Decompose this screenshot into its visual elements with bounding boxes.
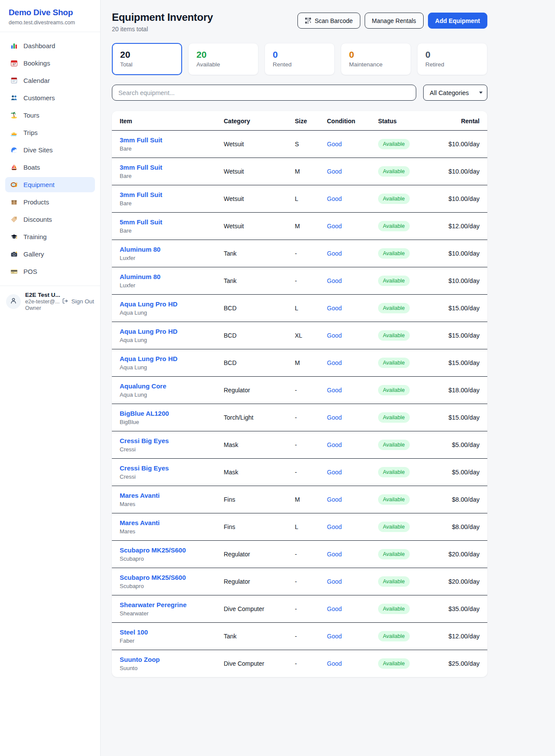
scan-barcode-button[interactable]: Scan Barcode (297, 13, 360, 29)
stat-value: 0 (349, 49, 403, 60)
item-brand: Aqua Lung (120, 337, 215, 343)
status-badge: Available (378, 658, 410, 669)
item-size: - (291, 650, 323, 677)
condition-link[interactable]: Good (327, 551, 342, 558)
condition-link[interactable]: Good (327, 223, 342, 230)
status-badge: Available (378, 522, 410, 532)
sidebar-item-gallery[interactable]: Gallery (5, 247, 95, 262)
item-name-link[interactable]: Aqua Lung Pro HD (120, 355, 215, 362)
item-name-link[interactable]: 3mm Full Suit (120, 136, 215, 144)
sidebar-item-dashboard[interactable]: Dashboard (5, 38, 95, 53)
sidebar-item-label: Tours (23, 112, 39, 119)
sidebar-item-label: Bookings (23, 59, 50, 67)
sidebar-item-label: Boats (23, 164, 40, 171)
item-brand: Bare (120, 173, 215, 179)
status-badge: Available (378, 276, 410, 286)
stat-label: Rented (273, 61, 326, 68)
condition-link[interactable]: Good (327, 332, 342, 339)
sidebar-item-boats[interactable]: Boats (5, 160, 95, 175)
credit-card-icon (10, 268, 18, 275)
stat-card-retired[interactable]: 0 Retired (417, 43, 487, 75)
manage-rentals-button[interactable]: Manage Rentals (365, 13, 424, 29)
stat-value: 20 (120, 49, 174, 60)
item-name-link[interactable]: Aqua Lung Pro HD (120, 328, 215, 335)
stat-card-rented[interactable]: 0 Rented (264, 43, 335, 75)
sidebar-item-equipment[interactable]: Equipment (5, 177, 95, 192)
category-select[interactable]: All Categories (423, 85, 487, 101)
stat-card-available[interactable]: 20 Available (188, 43, 258, 75)
item-name-link[interactable]: Cressi Big Eyes (120, 437, 215, 444)
item-brand: Bare (120, 227, 215, 234)
item-name-link[interactable]: Cressi Big Eyes (120, 464, 215, 472)
condition-link[interactable]: Good (327, 605, 342, 612)
sidebar-item-products[interactable]: Products (5, 194, 95, 210)
item-name-link[interactable]: Shearwater Peregrine (120, 601, 215, 608)
sidebar-item-label: Calendar (23, 77, 50, 84)
stat-card-maintenance[interactable]: 0 Maintenance (341, 43, 411, 75)
item-brand: Scubapro (120, 583, 215, 589)
condition-link[interactable]: Good (327, 441, 342, 448)
avatar (6, 294, 21, 309)
item-brand: Aqua Lung (120, 364, 215, 371)
item-name-link[interactable]: Scubapro MK25/S600 (120, 574, 215, 581)
sidebar-item-discounts[interactable]: Discounts (5, 212, 95, 227)
condition-link[interactable]: Good (327, 141, 342, 148)
search-input[interactable] (112, 85, 416, 101)
condition-link[interactable]: Good (327, 523, 342, 530)
sidebar-item-tours[interactable]: Tours (5, 108, 95, 123)
item-category: BCD (219, 322, 291, 349)
item-rental: $15.00/day (439, 404, 487, 431)
item-name-link[interactable]: 5mm Full Suit (120, 218, 215, 226)
condition-link[interactable]: Good (327, 305, 342, 312)
sidebar-item-bookings[interactable]: 17 Bookings (5, 56, 95, 71)
item-category: Torch/Light (219, 404, 291, 431)
condition-link[interactable]: Good (327, 633, 342, 640)
condition-link[interactable]: Good (327, 414, 342, 421)
condition-link[interactable]: Good (327, 359, 342, 366)
item-size: M (291, 213, 323, 240)
filter-row: All Categories (112, 85, 487, 101)
add-equipment-label: Add Equipment (435, 17, 480, 24)
item-rental: $8.00/day (439, 513, 487, 541)
item-brand: Bare (120, 200, 215, 207)
condition-link[interactable]: Good (327, 195, 342, 202)
item-name-link[interactable]: 3mm Full Suit (120, 164, 215, 171)
condition-link[interactable]: Good (327, 277, 342, 284)
item-name-link[interactable]: Aluminum 80 (120, 273, 215, 280)
item-name-link[interactable]: Aqua Lung Pro HD (120, 300, 215, 308)
status-badge: Available (378, 330, 410, 341)
item-name-link[interactable]: Mares Avanti (120, 492, 215, 499)
condition-link[interactable]: Good (327, 496, 342, 503)
condition-link[interactable]: Good (327, 578, 342, 585)
item-name-link[interactable]: 3mm Full Suit (120, 191, 215, 198)
item-name-link[interactable]: Steel 100 (120, 628, 215, 636)
item-name-link[interactable]: Suunto Zoop (120, 656, 215, 663)
stat-card-total[interactable]: 20 Total (112, 43, 182, 75)
condition-link[interactable]: Good (327, 387, 342, 394)
sign-out-button[interactable]: Sign Out (62, 298, 94, 306)
condition-link[interactable]: Good (327, 250, 342, 257)
item-name-link[interactable]: Aqualung Core (120, 382, 215, 390)
condition-link[interactable]: Good (327, 168, 342, 175)
item-size: L (291, 185, 323, 213)
sidebar-item-training[interactable]: Training (5, 229, 95, 244)
table-row: 3mm Full Suit Bare Wetsuit M Good Availa… (112, 158, 487, 185)
sidebar-item-calendar[interactable]: Calendar (5, 73, 95, 88)
item-category: Regulator (219, 568, 291, 595)
sidebar-item-customers[interactable]: Customers (5, 90, 95, 105)
column-header-condition: Condition (323, 111, 374, 131)
condition-link[interactable]: Good (327, 469, 342, 476)
sidebar-item-pos[interactable]: POS (5, 264, 95, 279)
item-name-link[interactable]: Scubapro MK25/S600 (120, 546, 215, 554)
item-name-link[interactable]: BigBlue AL1200 (120, 410, 215, 417)
item-rental: $5.00/day (439, 459, 487, 486)
sidebar: Demo Dive Shop demo.test.divestreams.com… (0, 0, 101, 756)
sidebar-item-trips[interactable]: Trips (5, 125, 95, 140)
item-name-link[interactable]: Aluminum 80 (120, 246, 215, 253)
item-name-link[interactable]: Mares Avanti (120, 519, 215, 526)
item-category: Dive Computer (219, 650, 291, 677)
sidebar-item-dive-sites[interactable]: Dive Sites (5, 142, 95, 158)
add-equipment-button[interactable]: Add Equipment (428, 13, 487, 29)
condition-link[interactable]: Good (327, 660, 342, 667)
column-header-size: Size (291, 111, 323, 131)
